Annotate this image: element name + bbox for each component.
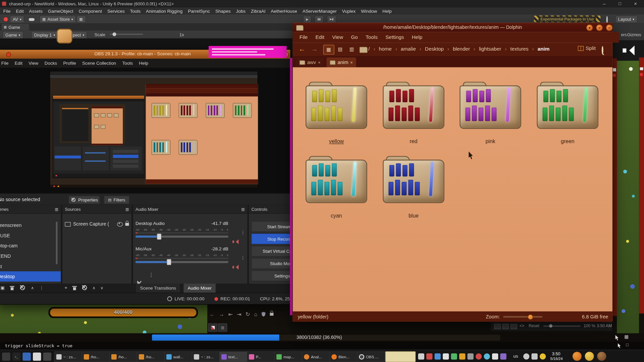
volume-handle[interactable] xyxy=(157,234,161,240)
dolphin-zoom-slider[interactable] xyxy=(503,316,543,318)
network-icon[interactable] xyxy=(523,353,529,359)
trash-icon[interactable] xyxy=(72,285,77,290)
search-icon[interactable] xyxy=(602,46,603,55)
volume-icon[interactable] xyxy=(531,353,537,359)
obs-preview[interactable] xyxy=(0,68,290,193)
launcher-editor-icon[interactable] xyxy=(33,353,41,361)
fragment-gizmos[interactable]: Gizmos xyxy=(627,33,641,37)
obs-menu-tools[interactable]: Tools xyxy=(122,61,132,66)
scene-item-selected[interactable]: Desktop xyxy=(0,271,61,282)
window-grid-button[interactable] xyxy=(208,323,217,331)
taskbar-window-obs[interactable]: OBS ... xyxy=(357,351,386,362)
tray-app-brown-icon[interactable] xyxy=(597,352,606,361)
taskbar-window-files-2[interactable]: /ho... xyxy=(109,351,139,362)
move-up-icon[interactable]: ∧ xyxy=(93,286,96,290)
start-virtual-camera-button[interactable]: Start Virtual Camera xyxy=(251,246,291,256)
forward-icon[interactable]: → xyxy=(219,311,224,317)
folder-item-yellow[interactable]: yellow xyxy=(304,82,369,154)
step-button[interactable]: ▶▮ xyxy=(327,16,336,23)
trash-icon[interactable] xyxy=(10,285,14,290)
keyboard-layout-indicator[interactable]: us xyxy=(514,353,518,358)
folder-icon[interactable] xyxy=(537,82,598,129)
tab-close-icon[interactable]: × xyxy=(318,60,320,64)
tray-app-yellow-icon[interactable] xyxy=(585,352,594,361)
clock-date[interactable]: 5/16/24 xyxy=(550,357,563,361)
breadcrumb-desktop[interactable]: Desktop xyxy=(425,46,444,52)
compact-view-button[interactable]: ▤ xyxy=(335,45,345,54)
menu-shapes[interactable]: Shapes xyxy=(215,8,231,13)
taskbar-window-terminal-2[interactable]: ~ : zs... xyxy=(192,351,221,362)
tray-icon[interactable] xyxy=(435,353,441,359)
breadcrumb-amalie[interactable]: amalie xyxy=(401,46,416,52)
menu-window[interactable]: Window xyxy=(361,8,377,13)
zoom-slider-handle[interactable] xyxy=(549,324,552,327)
folder-icon[interactable] xyxy=(383,82,444,129)
folder-icon[interactable] xyxy=(460,82,521,129)
obs-menu-view[interactable]: View xyxy=(29,61,38,66)
folder-icon[interactable] xyxy=(306,156,367,203)
scale-slider[interactable] xyxy=(110,34,143,35)
scene-item[interactable]: test xyxy=(0,261,61,272)
tray-icon[interactable] xyxy=(476,353,482,359)
scene-item[interactable]: HEEND xyxy=(0,251,61,261)
obs-menu-edit[interactable]: Edit xyxy=(15,61,22,66)
maximize-icon[interactable]: □ xyxy=(619,1,621,6)
add-source-icon[interactable]: + xyxy=(64,285,67,291)
channel-menu-icon[interactable]: ⋮ xyxy=(241,255,245,261)
layout-dropdown[interactable]: Layout▾ xyxy=(615,16,637,23)
close-icon[interactable]: × xyxy=(634,1,637,6)
tray-icon[interactable] xyxy=(500,353,506,359)
obs-menu-file[interactable]: File xyxy=(1,61,9,66)
folder-item-red[interactable]: red xyxy=(381,82,446,154)
breadcrumb-anim[interactable]: anim xyxy=(538,46,550,52)
dolphin-menu-file[interactable]: File xyxy=(300,35,308,40)
menu-parrelsync[interactable]: ParrelSync xyxy=(188,8,210,13)
cursor-tray-icon[interactable] xyxy=(615,335,620,341)
menu-tools[interactable]: Tools xyxy=(130,8,141,13)
image-icon[interactable] xyxy=(511,324,517,329)
icons-view-button[interactable]: ▦ xyxy=(323,45,334,54)
taskbar-window-wallpaper[interactable]: wall... xyxy=(164,351,194,362)
folder-item-pink[interactable]: pink xyxy=(458,82,523,154)
taskbar-window-files-3[interactable]: /ho... xyxy=(137,351,166,362)
channel-menu-icon[interactable]: ⋮ xyxy=(241,230,245,235)
split-button[interactable]: Split xyxy=(578,46,596,51)
pause-button[interactable]: ▮▮ xyxy=(315,16,324,23)
folder-tree-icon[interactable] xyxy=(359,47,367,53)
dock-menu-icon[interactable]: ▥ xyxy=(125,207,129,211)
source-row[interactable]: Screen Capture ( xyxy=(65,222,129,227)
forward-icon[interactable]: → xyxy=(311,45,318,53)
tray-icon[interactable] xyxy=(459,353,465,359)
lock-icon[interactable] xyxy=(270,313,273,316)
code-icon[interactable]: <> xyxy=(520,323,524,328)
menu-zibraai[interactable]: ZibraAI xyxy=(251,8,265,13)
frame-icon[interactable] xyxy=(502,324,509,329)
tray-icon[interactable] xyxy=(451,353,457,359)
dolphin-folder-view[interactable]: yellow red pink xyxy=(293,67,612,312)
breadcrumb-blender[interactable]: blender xyxy=(453,46,470,52)
dolphin-menu-go[interactable]: Go xyxy=(351,35,358,40)
lock-icon[interactable] xyxy=(125,223,129,226)
reset-button[interactable]: Reset xyxy=(529,323,539,328)
scene-item[interactable]: PAUSE xyxy=(0,230,61,241)
mixer-menu-icon[interactable]: ⋮ xyxy=(149,272,154,278)
asset-store-button[interactable]: ▦Asset Store▾ xyxy=(40,16,76,23)
skip-back-icon[interactable]: ⇤ xyxy=(228,311,233,317)
folder-icon[interactable] xyxy=(306,82,367,129)
tray-icon[interactable] xyxy=(484,353,490,359)
menu-gameobject[interactable]: GameObject xyxy=(48,8,73,13)
zoom-slider[interactable] xyxy=(543,325,580,327)
scale-slider-handle[interactable] xyxy=(113,33,116,36)
tab-game[interactable]: ▦Game xyxy=(2,24,29,31)
tray-app-orange-icon[interactable] xyxy=(573,352,582,361)
studio-mode-button[interactable]: Studio Mode xyxy=(251,258,291,269)
dolphin-zoom-handle[interactable] xyxy=(528,314,533,320)
stop-recording-button[interactable]: Stop Recording xyxy=(251,234,291,244)
cloud-icon[interactable] xyxy=(29,18,35,21)
gear-icon[interactable] xyxy=(20,285,25,290)
folder-icon[interactable] xyxy=(383,156,444,203)
move-up-icon[interactable]: ∧ xyxy=(31,286,34,290)
home-icon[interactable]: ⌂ xyxy=(254,311,258,317)
dock-menu-icon[interactable]: ▥ xyxy=(241,207,245,211)
play-button[interactable]: ▶ xyxy=(303,16,312,23)
